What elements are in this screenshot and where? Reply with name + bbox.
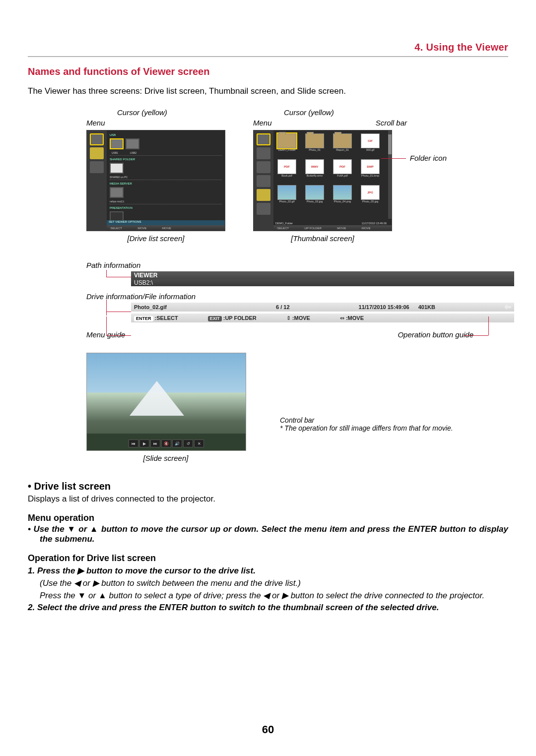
scrollbar <box>388 130 392 219</box>
enter-guide: ENTER :SELECT <box>134 315 178 321</box>
thumbnail-item: PDFBook.pdf <box>275 159 298 182</box>
drive-item-media <box>110 187 222 198</box>
drive-group-pres: PRESENTATION <box>110 206 222 209</box>
drive-list-desc: Displays a list of drives connected to t… <box>28 494 508 504</box>
control-bar-notes: Control bar * The operation for still im… <box>280 416 453 432</box>
file-count: 6 / 12 <box>276 304 290 310</box>
slide-caption: [Slide screen] <box>86 454 245 462</box>
footer-move1: :MOVE <box>137 227 146 230</box>
folder-icon-label: Folder icon <box>410 154 447 162</box>
enter-badge: ENTER <box>134 316 153 321</box>
thumb-body: DEMO_FolderPhoto_01Report_01GIF003.gifPD… <box>273 130 392 231</box>
filetype-icon: WMV <box>305 159 324 174</box>
thumbnail-label: Report_01 <box>336 148 349 151</box>
sidebar-sort-icon <box>257 161 270 173</box>
drive-footer: :SELECT :MOVE :MOVE <box>107 225 225 231</box>
exit-badge: EXIT <box>208 316 222 321</box>
sidebar-thumbnail-icon <box>90 133 104 145</box>
path-viewer: VIEWER <box>134 272 157 279</box>
sidebar-drive-icon <box>257 175 270 187</box>
footer-select: :SELECT <box>110 227 122 230</box>
thumbnail-label: DEMO_Folder <box>278 148 295 151</box>
drive-item-usb1 <box>110 138 222 149</box>
label-cursor: Cursor (yellow) <box>117 108 225 117</box>
thumbnail-item: Photo_01 <box>303 133 326 156</box>
drive-list-shot: Cursor (yellow) Menu USB USB1 USB <box>86 108 225 243</box>
thumb-sidebar <box>254 130 273 231</box>
thumbnail-item: DEMO_Folder <box>275 133 298 156</box>
drive-group-shared: SHARED FOLDER <box>110 158 222 161</box>
manual-page: 4. Using the Viewer Names and functions … <box>0 0 536 756</box>
drive-info-label: Drive information/File information <box>86 292 508 301</box>
pc-icon <box>110 163 124 174</box>
footer-move2: :MOVE <box>161 227 171 230</box>
thumbnail-label: Photo_01 <box>309 148 321 151</box>
mountain-shape <box>130 381 184 416</box>
thumbnail-label: FullA.pdf <box>337 174 348 177</box>
path-bar-sub: USB2:\ <box>131 279 514 286</box>
thumbnail-item: Report_01 <box>331 133 354 156</box>
exit-guide: EXIT :UP FOLDER <box>208 315 257 321</box>
thumbnail-item: JPGPhoto_05.jpg <box>359 185 382 208</box>
control-button: ✕ <box>194 440 204 447</box>
label-folder: Folder icon <box>410 154 447 162</box>
folder-icon <box>277 133 296 148</box>
usb-icon <box>110 138 124 149</box>
drive-sidebar <box>87 130 107 231</box>
path-usb: USB2:\ <box>134 279 153 286</box>
thumbnail-item: Photo_03.jpg <box>303 185 326 208</box>
menu-operation-title: Menu operation <box>28 513 508 523</box>
thumb-footer: :SELECT :UP FOLDER :MOVE :MOVE <box>273 225 392 231</box>
thumbnail-panel: DEMO_FolderPhoto_01Report_01GIF003.gifPD… <box>253 130 392 231</box>
shared-pc-label: SHARED on PC <box>110 176 222 179</box>
folder-icon <box>305 133 324 148</box>
file-size: 401KB <box>418 304 435 310</box>
label-menu: Menu <box>86 119 225 127</box>
move-h-guide: ⇔ :MOVE <box>340 315 364 321</box>
thumbnail-label: Photo_03.jpg <box>307 200 323 203</box>
op-button-guide-label: Operation button guide <box>398 330 473 339</box>
sidebar-play-icon <box>257 133 270 145</box>
control-button: 🔊 <box>172 440 182 447</box>
img-icon <box>277 185 296 200</box>
file-info-bar: Photo_02.gif 6 / 12 11/17/2010 15:49:06 … <box>131 303 514 312</box>
usb2-label: USB2 <box>130 151 136 154</box>
control-bar-note: * The operation for still image differs … <box>280 424 453 432</box>
control-button: ⏮ <box>129 440 138 447</box>
folder-icon <box>333 133 352 148</box>
tf-up: :UP FOLDER <box>304 227 322 230</box>
sidebar-back-icon <box>257 203 270 215</box>
drive-list-panel: USB USB1 USB2 SHARED FOLDER SHARED on PC <box>86 130 225 231</box>
thumbnail-label: Photo_04.png <box>334 200 351 203</box>
op-guide-bar: ENTER :SELECT EXIT :UP FOLDER ⇕ :MOVE ⇔ … <box>131 314 514 322</box>
thumbnail-item: WMVButterfly.wmv <box>303 159 326 182</box>
file-date: 11/17/2010 15:49:06 <box>359 304 409 310</box>
control-button: ⏭ <box>150 440 160 447</box>
thumbnail-label: Photo_01.bmp <box>361 174 379 177</box>
thumbnail-shot: Cursor (yellow) Menu Scroll bar DEMO_Fol… <box>253 108 392 243</box>
drive-body: USB USB1 USB2 SHARED FOLDER SHARED on PC <box>107 130 225 231</box>
intro-text: The Viewer has three screens: Drive list… <box>28 86 508 96</box>
drive-group-usb: USB <box>110 133 222 136</box>
separator <box>28 56 508 57</box>
thumbnail-label: Butterfly.wmv <box>307 174 323 177</box>
usb1-label: USB1 <box>112 151 118 154</box>
step-1: 1. Press the ▶ button to move the cursor… <box>28 566 508 576</box>
label-cursor: Cursor (yellow) <box>284 108 392 117</box>
thumbnail-item: GIF003.gif <box>359 133 382 156</box>
move-v-guide: ⇕ :MOVE <box>286 315 310 321</box>
path-info-label: Path information <box>86 261 508 269</box>
control-button: 🔇 <box>161 440 171 447</box>
thumbnail-label: Photo_05.jpg <box>362 200 378 203</box>
path-info-block: Path information VIEWER USB2:\ Drive inf… <box>86 261 508 322</box>
menu-operation-text: • Use the ▼ or ▲ button to move the curs… <box>28 524 508 544</box>
scroll-thumb <box>388 134 392 154</box>
file-name: Photo_02.gif <box>134 304 167 310</box>
thumbnail-label: 003.gif <box>366 148 375 151</box>
server-icon <box>110 187 124 198</box>
op-drive-list-title: Operation for Drive list screen <box>28 553 508 564</box>
page-number: 60 <box>0 723 536 736</box>
filetype-icon: GIF <box>361 133 380 148</box>
thumbnail-item: Photo_02.gif <box>275 185 298 208</box>
img-icon <box>333 185 352 200</box>
